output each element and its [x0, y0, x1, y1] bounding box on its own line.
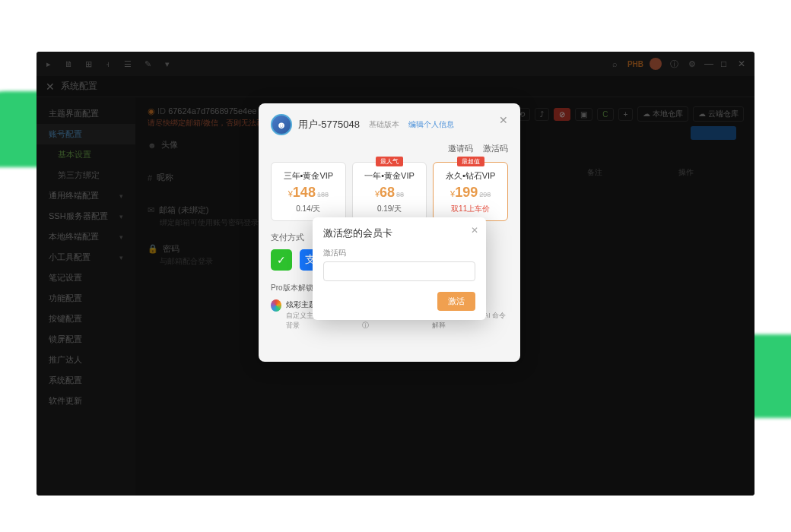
activation-code-input[interactable] [323, 261, 475, 281]
modal-close-icon[interactable]: ✕ [499, 114, 508, 126]
code-links: 邀请码 激活码 [271, 143, 508, 154]
rainbow-icon [271, 299, 281, 312]
activate-button[interactable]: 激活 [437, 292, 475, 311]
invite-code-link[interactable]: 邀请码 [448, 144, 473, 153]
plan-1year[interactable]: 最人气 一年•黄金VIP ¥6888 0.19/天 [352, 162, 427, 221]
user-avatar-icon: ☻ [271, 114, 292, 135]
version-tag: 基础版本 [369, 119, 399, 130]
code-label: 激活码 [323, 248, 475, 258]
username: 用户-5775048 [298, 118, 360, 131]
activation-dialog: 激活您的会员卡 ✕ 激活码 激活 [313, 217, 486, 320]
dialog-close-icon[interactable]: ✕ [471, 225, 478, 236]
activation-code-link[interactable]: 激活码 [483, 144, 508, 153]
wechat-pay-icon[interactable]: ✓ [271, 249, 292, 271]
edit-profile-link[interactable]: 编辑个人信息 [408, 119, 454, 130]
plan-lifetime[interactable]: 最超值 永久•钻石VIP ¥199298 双11上车价 [433, 162, 508, 221]
dialog-title: 激活您的会员卡 [323, 226, 475, 240]
plan-3year[interactable]: 三年•黄金VIP ¥148188 0.14/天 [271, 162, 346, 221]
